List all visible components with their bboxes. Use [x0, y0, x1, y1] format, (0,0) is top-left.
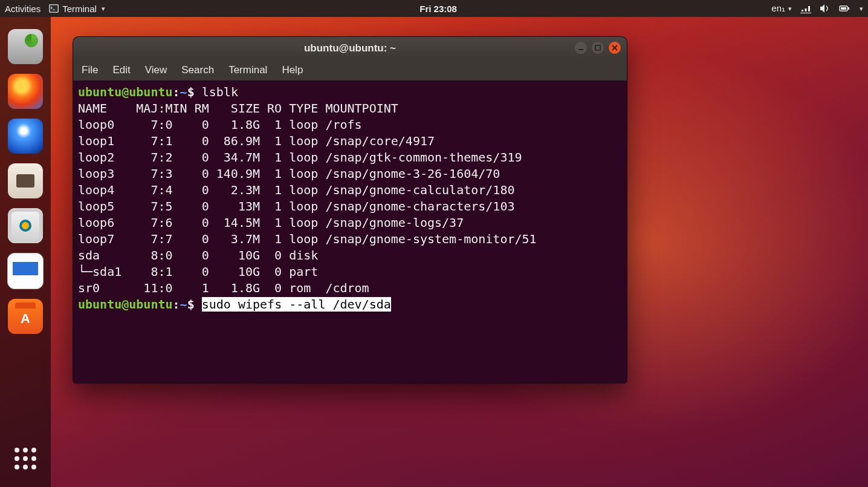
input-source-indicator[interactable]: en₁ ▾ — [771, 3, 792, 14]
clock[interactable]: Fri 23:08 — [105, 4, 771, 14]
chevron-down-icon: ▾ — [788, 5, 792, 13]
svg-rect-7 — [595, 45, 600, 50]
dock-item-firefox[interactable] — [8, 74, 43, 109]
svg-rect-4 — [848, 7, 849, 10]
battery-icon[interactable] — [839, 4, 850, 13]
top-panel: Activities Terminal ▾ Fri 23:08 en₁ ▾ ▾ — [0, 0, 868, 17]
system-menu-caret-icon[interactable]: ▾ — [860, 5, 863, 13]
svg-rect-5 — [841, 7, 846, 10]
menubar: File Edit View Search Terminal Help — [73, 60, 627, 80]
svg-rect-6 — [578, 49, 583, 50]
svg-rect-2 — [53, 10, 55, 10]
window-title: ubuntu@ubuntu: ~ — [304, 42, 396, 54]
dock-item-disks[interactable] — [8, 29, 43, 64]
dock-item-writer[interactable] — [7, 253, 44, 289]
activities-button[interactable]: Activities — [5, 4, 40, 14]
app-indicator-label: Terminal — [62, 4, 97, 14]
network-icon[interactable] — [800, 4, 811, 13]
app-indicator[interactable]: Terminal ▾ — [49, 4, 105, 14]
dock-item-software[interactable] — [8, 299, 43, 334]
titlebar[interactable]: ubuntu@ubuntu: ~ — [73, 37, 627, 60]
dock-item-thunderbird[interactable] — [8, 119, 43, 154]
terminal-content[interactable]: ubuntu@ubuntu:~$ lsblk NAME MAJ:MIN RM S… — [73, 80, 627, 383]
menu-file[interactable]: File — [82, 64, 98, 76]
maximize-button[interactable] — [592, 42, 604, 54]
minimize-button[interactable] — [575, 42, 587, 54]
dock-item-files[interactable] — [8, 163, 43, 198]
input-source-label: en₁ — [771, 3, 785, 14]
close-button[interactable] — [609, 42, 621, 54]
terminal-window: ubuntu@ubuntu: ~ File Edit View Search T… — [73, 36, 627, 384]
menu-help[interactable]: Help — [282, 64, 303, 76]
menu-edit[interactable]: Edit — [112, 64, 130, 76]
menu-search[interactable]: Search — [181, 64, 214, 76]
chevron-down-icon: ▾ — [102, 5, 105, 13]
dock — [0, 17, 51, 487]
terminal-icon — [49, 4, 59, 13]
volume-icon[interactable] — [820, 4, 831, 13]
show-applications-button[interactable] — [8, 441, 43, 476]
menu-view[interactable]: View — [145, 64, 167, 76]
dock-item-rhythmbox[interactable] — [8, 208, 43, 243]
menu-terminal[interactable]: Terminal — [228, 64, 267, 76]
